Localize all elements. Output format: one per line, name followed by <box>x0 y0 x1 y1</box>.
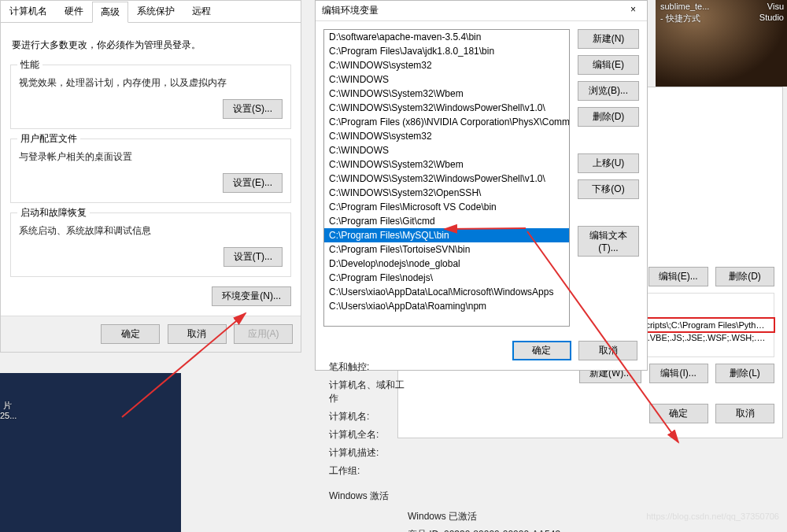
section-2: 启动和故障恢复 系统启动、系统故障和调试信息 设置(T)... <box>10 212 291 277</box>
section-settings-button[interactable]: 设置(E)... <box>223 173 283 193</box>
env-user-values-peek: C:\Awesomium SDK\1.6.6\ crosoft\WindowsA… <box>658 139 784 217</box>
path-entry[interactable]: C:\Program Files\Microsoft VS Code\bin <box>324 200 569 214</box>
tab-4[interactable]: 远程 <box>183 1 220 22</box>
environment-variables-button[interactable]: 环境变量(N)... <box>212 286 291 306</box>
section-desc: 与登录帐户相关的桌面设置 <box>19 150 283 164</box>
path-entry[interactable]: C:\Program Files\nodejs\ <box>324 271 569 285</box>
section-1: 用户配置文件 与登录帐户相关的桌面设置 设置(E)... <box>10 139 291 203</box>
close-icon[interactable]: × <box>626 4 641 17</box>
path-entry[interactable]: C:\Program Files (x86)\NVIDIA Corporatio… <box>324 115 569 129</box>
path-entry[interactable]: C:\WINDOWS\system32 <box>324 129 569 143</box>
path-entries-list[interactable]: D:\software\apache-maven-3.5.4\binC:\Pro… <box>323 29 570 327</box>
sysprops-tabs: 计算机名硬件高级系统保护远程 <box>1 1 301 23</box>
section-0: 性能 视觉效果，处理器计划，内存使用，以及虚拟内存 设置(S)... <box>10 65 291 129</box>
system-info-panel: 笔和触控:计算机名、域和工作计算机名:计算机全名:计算机描述:工作组:Windo… <box>329 358 770 532</box>
path-new-button[interactable]: 新建(N) <box>578 29 639 49</box>
sysinfo-row: 笔和触控: <box>329 358 770 376</box>
desktop-icon-label[interactable]: 片 <box>3 400 12 412</box>
desktop-background-right: sublime_te... - 快捷方式 Visu Studio <box>656 0 787 87</box>
path-entry[interactable]: C:\WINDOWS\System32\WindowsPowerShell\v1… <box>324 101 569 115</box>
section-settings-button[interactable]: 设置(S)... <box>223 99 283 119</box>
tab-1[interactable]: 硬件 <box>56 1 92 22</box>
user-var-delete-button[interactable]: 删除(D) <box>715 267 774 286</box>
path-entry[interactable]: C:\Program Files\MySQL\bin <box>324 228 569 242</box>
envedit-title: 编辑环境变量 <box>322 4 379 17</box>
product-id: 产品 ID: 00330-80000-00000-AA543 <box>408 528 770 532</box>
section-desc: 视觉效果，处理器计划，内存使用，以及虚拟内存 <box>19 76 283 90</box>
path-entry[interactable]: C:\WINDOWS <box>324 72 569 87</box>
sysinfo-row: 计算机描述: <box>329 444 770 462</box>
path-entry[interactable]: C:\Program Files\Git\cmd <box>324 214 569 228</box>
sysinfo-row: 计算机名: <box>329 408 770 426</box>
path-edittext-button[interactable]: 编辑文本(T)... <box>578 226 639 257</box>
path-entry[interactable]: C:\WINDOWS\system32 <box>324 58 569 72</box>
path-entry[interactable]: C:\Program Files\TortoiseSVN\bin <box>324 242 569 257</box>
path-entry[interactable]: C:\Program Files\Java\jdk1.8.0_181\bin <box>324 44 569 58</box>
path-entry[interactable]: C:\Users\xiao\AppData\Local\Microsoft\Wi… <box>324 285 569 299</box>
path-entry[interactable]: C:\Users\xiao\AppData\Roaming\npm <box>324 299 569 313</box>
section-settings-button[interactable]: 设置(T)... <box>224 247 283 267</box>
path-movedown-button[interactable]: 下移(O) <box>578 179 639 199</box>
path-entry[interactable]: C:\WINDOWS\System32\WindowsPowerShell\v1… <box>324 172 569 186</box>
sysinfo-row: 工作组: <box>329 462 770 480</box>
desktop-icon-sublime-sub: - 快捷方式 <box>660 13 700 24</box>
desktop-icon-label[interactable]: 25... <box>0 411 17 420</box>
sysinfo-row: 计算机名、域和工作 <box>329 376 770 408</box>
path-entry[interactable]: D:\Develop\nodejs\node_global <box>324 257 569 271</box>
tab-2[interactable]: 高级 <box>92 2 128 23</box>
desktop-icon-sublime[interactable]: sublime_te... <box>660 2 709 11</box>
section-desc: 系统启动、系统故障和调试信息 <box>19 224 283 238</box>
admin-note: 要进行大多数更改，你必须作为管理员登录。 <box>12 39 291 52</box>
sysprops-cancel-button[interactable]: 取消 <box>168 324 227 344</box>
path-entry[interactable]: C:\WINDOWS\System32\Wbem <box>324 157 569 172</box>
path-delete-button[interactable]: 删除(D) <box>578 107 639 127</box>
path-moveup-button[interactable]: 上移(U) <box>578 153 639 173</box>
path-entry[interactable]: C:\WINDOWS\System32\Wbem <box>324 87 569 101</box>
system-properties-dialog: 计算机名硬件高级系统保护远程 要进行大多数更改，你必须作为管理员登录。 性能 视… <box>0 0 301 353</box>
path-entry[interactable]: C:\WINDOWS\System32\OpenSSH\ <box>324 186 569 200</box>
edit-environment-variable-dialog: 编辑环境变量 × D:\software\apache-maven-3.5.4\… <box>315 0 648 371</box>
path-edit-button[interactable]: 编辑(E) <box>578 55 639 75</box>
desktop-icon-vs[interactable]: Visu <box>767 2 784 11</box>
watermark: https://blog.csdn.net/qq_37350706 <box>646 512 779 521</box>
path-browse-button[interactable]: 浏览(B)... <box>578 81 639 101</box>
section-legend: 性能 <box>17 58 42 72</box>
sysinfo-row: 计算机全名: <box>329 426 770 444</box>
sysprops-ok-button[interactable]: 确定 <box>101 324 160 344</box>
sysprops-apply-button: 应用(A) <box>234 324 293 344</box>
activate-heading: Windows 激活 <box>329 490 770 503</box>
section-legend: 用户配置文件 <box>17 132 80 146</box>
desktop-background-left: 片 25... <box>0 373 181 532</box>
user-var-edit-button[interactable]: 编辑(E)... <box>648 267 708 286</box>
tab-0[interactable]: 计算机名 <box>1 1 56 22</box>
path-entry[interactable]: D:\software\apache-maven-3.5.4\bin <box>324 30 569 44</box>
section-legend: 启动和故障恢复 <box>17 206 90 220</box>
desktop-icon-vs-sub: Studio <box>759 13 784 22</box>
path-entry[interactable]: C:\WINDOWS <box>324 143 569 157</box>
tab-3[interactable]: 系统保护 <box>128 1 183 22</box>
